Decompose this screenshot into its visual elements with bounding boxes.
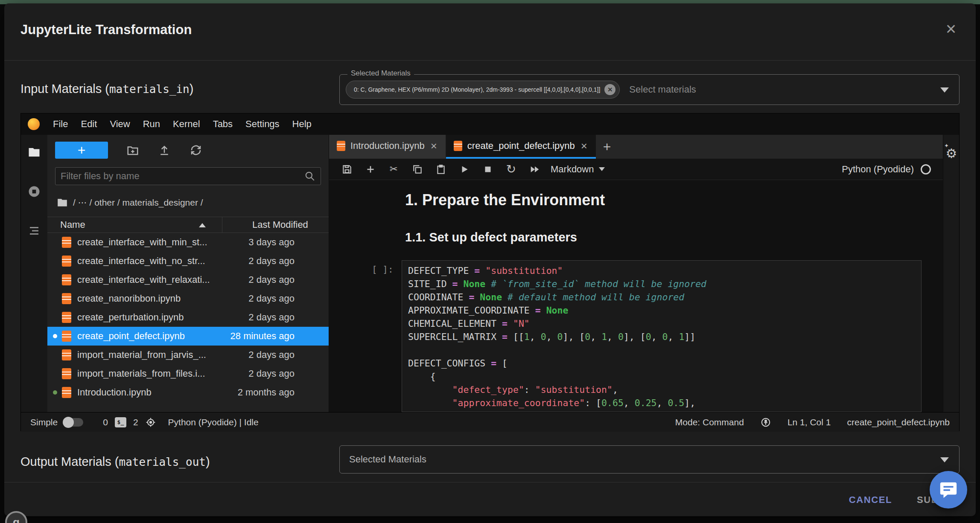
file-name: create_interface_with_min_st... [77,237,218,248]
file-name: create_perturbation.ipynb [77,312,218,323]
kernel-running-dot [53,278,57,282]
column-header-name[interactable]: Name [47,217,222,232]
pyodide-logo-icon [28,118,40,130]
stop-kernel-icon[interactable] [476,164,499,175]
menu-tabs[interactable]: Tabs [207,119,239,130]
new-folder-icon[interactable] [126,143,140,157]
tab-close-icon[interactable]: × [580,140,588,151]
menu-view[interactable]: View [103,119,136,130]
new-launcher-button[interactable]: + [55,142,108,159]
notebook-file-icon [454,141,462,151]
menu-run[interactable]: Run [137,119,166,130]
cancel-button[interactable]: CANCEL [849,494,892,506]
file-name: create_nanoribbon.ipynb [77,293,218,304]
tab-create-point-defect[interactable]: create_point_defect.ipynb × [446,135,596,159]
restart-kernel-icon[interactable]: ↻ [499,162,523,176]
terminal-icon[interactable]: $_ [115,417,126,427]
file-row[interactable]: Introduction.ipynb2 months ago [47,383,329,402]
code-line: CHEMICAL_ELEMENT = "N" [408,317,915,330]
input-materials-select[interactable]: Selected Materials 0: C, Graphene, HEX (… [339,74,960,105]
sparkle-glyph: ✦ [944,142,949,149]
add-tab-button[interactable]: + [596,135,618,159]
filter-files-input[interactable] [61,171,304,182]
simple-mode-toggle[interactable] [64,418,83,427]
code-cell[interactable]: [ ]: DEFECT_TYPE = "substitution"SITE_ID… [372,260,922,412]
tab-introduction[interactable]: Introduction.ipynb × [329,135,446,159]
refresh-icon[interactable] [189,143,203,157]
tab-label: create_point_defect.ipynb [467,140,575,151]
file-row[interactable]: create_perturbation.ipynb2 days ago [47,308,329,327]
notebook-toolbar: ✂ ↻ [329,159,943,180]
file-name: create_interface_with_relaxati... [77,274,218,285]
menu-help[interactable]: Help [286,119,318,130]
code-editor[interactable]: DEFECT_TYPE = "substitution"SITE_ID = No… [402,260,922,412]
activity-bar [21,135,47,412]
input-materials-label: Input Materials (materials_in) [20,82,193,96]
run-cell-icon[interactable] [452,164,476,175]
column-header-last-modified[interactable]: Last Modified [222,219,329,230]
material-chip[interactable]: 0: C, Graphene, HEX (P6/mmm) 2D (Monolay… [346,81,620,99]
name-column-label: Name [60,219,85,230]
dialog-footer: CANCEL SUBMIT [4,482,976,516]
jupyter-body: + [21,135,959,412]
jupyterlab-embed: FileEditViewRunKernelTabsSettingsHelp + [20,113,960,431]
status-filename: create_point_defect.ipynb [847,417,950,427]
file-row[interactable]: create_interface_with_min_st...3 days ag… [47,233,329,252]
menu-edit[interactable]: Edit [74,119,103,130]
paste-cell-icon[interactable] [429,164,452,175]
kernel-running-dot [53,259,57,263]
kernel-name: Python (Pyodide) [842,164,914,175]
menu-kernel[interactable]: Kernel [166,119,207,130]
input-label-suffix: ) [190,82,194,96]
kernel-status-text[interactable]: Python (Pyodide) | Idle [168,417,259,427]
upload-icon[interactable] [158,143,171,157]
kernel-sessions-icon[interactable] [145,417,156,428]
status-indicator-icon[interactable] [760,417,771,428]
settings-gear-icon[interactable]: ⚙ ✦ [943,146,960,161]
output-materials-label: Output Materials (materials_out) [20,455,210,469]
kernel-running-dot [53,315,57,320]
save-icon[interactable] [335,164,359,175]
chevron-down-icon[interactable] [940,457,949,462]
tab-close-icon[interactable]: × [430,140,438,151]
cut-cell-icon[interactable]: ✂ [382,163,405,175]
terminal-count: 0 [103,417,108,427]
file-last-modified: 2 months ago [218,387,329,398]
cursor-position[interactable]: Ln 1, Col 1 [788,417,831,427]
file-name: Introduction.ipynb [77,387,218,398]
chevron-down-icon[interactable] [940,87,949,93]
notebook-file-icon [62,256,71,267]
running-sessions-tab-icon[interactable] [28,185,41,198]
output-materials-select[interactable]: Selected Materials [339,445,960,474]
file-last-modified: 2 days ago [218,293,329,304]
cell-type-dropdown[interactable]: Markdown [551,164,605,175]
notebook-heading-1: 1. Prepare the Environment [405,191,605,209]
dialog-title: JupyterLite Transformation [20,22,192,38]
output-label-suffix: ) [206,455,210,468]
chat-widget-button[interactable] [930,471,967,508]
file-browser-tab-icon[interactable] [28,146,41,159]
file-row[interactable]: import_materials_from_files.i...2 days a… [47,364,329,383]
file-row[interactable]: import_material_from_jarvis_...2 days ag… [47,346,329,364]
add-cell-icon[interactable] [359,164,382,175]
file-row[interactable]: create_interface_with_relaxati...2 days … [47,270,329,289]
cell-prompt: [ ]: [372,260,402,412]
breadcrumb-path: / ⋯ / other / materials_designer / [73,198,203,208]
breadcrumb[interactable]: / ⋯ / other / materials_designer / [47,195,329,211]
chip-delete-icon[interactable]: × [604,84,615,95]
file-row[interactable]: create_point_defect.ipynb28 minutes ago [47,327,329,346]
mode-indicator: Mode: Command [675,417,744,427]
table-of-contents-tab-icon[interactable] [28,224,41,237]
file-row[interactable]: create_nanoribbon.ipynb2 days ago [47,289,329,308]
output-placeholder: Selected Materials [349,454,426,465]
kernel-indicator[interactable]: Python (Pyodide) [842,164,937,175]
run-all-cells-icon[interactable] [523,163,546,175]
simple-mode-label: Simple [30,417,58,427]
close-icon[interactable]: × [942,20,960,38]
file-row[interactable]: create_interface_with_no_str...2 days ag… [47,252,329,270]
file-list: create_interface_with_min_st...3 days ag… [47,233,329,402]
copy-cell-icon[interactable] [405,164,429,175]
menu-file[interactable]: File [47,119,74,130]
menu-settings[interactable]: Settings [239,119,286,130]
filter-files-box[interactable] [55,167,321,185]
